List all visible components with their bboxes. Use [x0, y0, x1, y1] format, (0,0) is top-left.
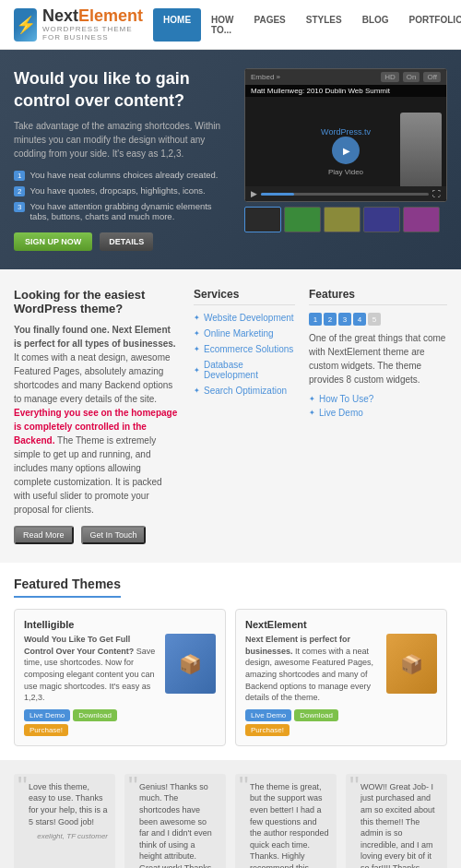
video-thumb-5[interactable]: [403, 207, 440, 232]
star-3: 3: [338, 313, 351, 326]
service-marketing[interactable]: ✦ Online Marketing: [194, 328, 295, 339]
video-brand: WordPress.tv: [321, 127, 371, 137]
howto-link[interactable]: How To Use?: [309, 394, 447, 404]
theme1-live-button[interactable]: Live Demo: [24, 709, 70, 721]
play-label: Play Video: [328, 168, 363, 176]
signup-button[interactable]: SIGN UP NOW: [14, 232, 92, 251]
mid-p2: The Theme is extremely simple to get up …: [14, 435, 162, 515]
details-button[interactable]: DETAILS: [100, 232, 153, 251]
themes-grid: Intelligible Would You Like To Get Full …: [14, 609, 447, 746]
nav-howto[interactable]: HOW TO...: [201, 8, 243, 42]
video-thumbnails: [244, 207, 447, 232]
testimonial-text-4: WOW!! Great Job- I just purchased and am…: [361, 781, 440, 868]
testimonial-4: WOW!! Great Job- I just purchased and am…: [346, 774, 447, 868]
on-button[interactable]: On: [403, 72, 420, 82]
off-button[interactable]: Off: [423, 72, 441, 82]
theme-name-2: NextElement: [245, 619, 437, 630]
star-4: 4: [353, 313, 366, 326]
play-control-icon[interactable]: ▶: [251, 189, 257, 198]
service-label-3: Ecommerce Solutions: [204, 344, 293, 354]
service-website[interactable]: ✦ Website Development: [194, 313, 295, 323]
logo-icon: ⚡: [14, 8, 37, 42]
theme2-live-button[interactable]: Live Demo: [245, 709, 291, 721]
video-title: Matt Mullenweg: 2010 Dublin Web Summit: [251, 87, 390, 95]
theme-title-1: Would You Like To Get Full Control Over …: [24, 635, 134, 656]
theme1-download-button[interactable]: Download: [73, 709, 117, 721]
service-icon-2: ✦: [194, 329, 200, 338]
main-nav: HOME HOW TO... PAGES STYLES BLOG PORTFOL…: [153, 8, 461, 42]
video-thumb-4[interactable]: [363, 207, 400, 232]
service-search[interactable]: ✦ Search Optimization: [194, 386, 295, 396]
feature-icon-1: 1: [14, 171, 25, 181]
feature-text-2: You have quotes, dropcaps, highlights, i…: [30, 185, 205, 196]
get-in-touch-button[interactable]: Get In Touch: [81, 526, 147, 544]
video-progress-bar[interactable]: [261, 193, 429, 196]
theme2-download-button[interactable]: Download: [294, 709, 338, 721]
video-title-bar: Matt Mullenweg: 2010 Dublin Web Summit: [245, 85, 446, 97]
services-section: Services ✦ Website Development ✦ Online …: [194, 288, 295, 544]
testimonials-grid: Love this theme, easy to use. Thanks for…: [14, 774, 447, 868]
theme-buttons-2: Live Demo Download Purchase!: [245, 709, 379, 736]
mid-section: Looking for the easiest WordPress theme?…: [0, 269, 461, 563]
video-thumb-2[interactable]: [284, 207, 321, 232]
hero-text: Would you like to gain control over cont…: [14, 68, 230, 251]
mid-heading: Looking for the easiest WordPress theme?: [14, 288, 180, 315]
theme-info-1: Would You Like To Get Full Control Over …: [24, 634, 158, 736]
theme-image-1: 📦: [165, 634, 216, 736]
nav-portfolio[interactable]: PORTFOLIO: [399, 8, 461, 42]
person-silhouette: [400, 113, 442, 186]
testimonial-text-2: Genius! Thanks so much. The shortcodes h…: [139, 781, 219, 868]
video-thumb-1[interactable]: [244, 207, 281, 232]
theme-img-box-2: 📦: [386, 634, 437, 694]
testimonial-text-1: Love this theme, easy to use. Thanks for…: [29, 781, 108, 827]
theme1-purchase-button[interactable]: Purchase!: [24, 724, 68, 736]
service-icon-4: ✦: [194, 366, 200, 375]
service-icon-5: ✦: [194, 386, 200, 395]
hd-button[interactable]: HD: [381, 72, 399, 82]
star-5: 5: [368, 313, 381, 326]
service-label-2: Online Marketing: [204, 328, 274, 339]
mid-paragraph: You finally found one. Next Element is p…: [14, 323, 180, 517]
features-text: One of the great things that come with N…: [309, 331, 447, 386]
hero-headline: Would you like to gain control over cont…: [14, 68, 230, 112]
video-quality-controls: HD On Off: [381, 72, 441, 82]
service-database[interactable]: ✦ Database Development: [194, 360, 295, 380]
mid-p1-rest: It comes with a neat design, awesome Fea…: [14, 352, 172, 404]
theme2-purchase-button[interactable]: Purchase!: [245, 724, 290, 736]
testimonial-1: Love this theme, easy to use. Thanks for…: [14, 774, 115, 868]
service-label-1: Website Development: [204, 313, 294, 323]
logo: ⚡ NextElement WordPress Theme for Busine…: [14, 7, 153, 42]
nav-blog[interactable]: BLOG: [352, 8, 399, 42]
play-button[interactable]: [332, 137, 360, 164]
video-container: Embed » HD On Off Matt Mullenweg: 2010 D…: [244, 68, 447, 251]
hero-buttons: SIGN UP NOW DETAILS: [14, 232, 230, 251]
service-ecommerce[interactable]: ✦ Ecommerce Solutions: [194, 344, 295, 354]
video-main: Matt Mullenweg: 2010 Dublin Web Summit W…: [245, 85, 446, 186]
testimonial-text-3: The theme is great, but the support was …: [250, 781, 329, 868]
testimonial-2: Genius! Thanks so much. The shortcodes h…: [124, 774, 226, 868]
theme-buttons-1: Live Demo Download Purchase!: [24, 709, 158, 736]
nav-styles[interactable]: STYLES: [296, 8, 352, 42]
logo-element: Element: [78, 6, 143, 25]
logo-name: NextElement: [42, 7, 153, 26]
read-more-button[interactable]: Read More: [14, 526, 74, 544]
features-section: Features 1 2 3 4 5 One of the great thin…: [309, 288, 447, 544]
hero-feature-3: 3 You have attention grabbing dynamic el…: [14, 201, 230, 221]
nav-pages[interactable]: PAGES: [244, 8, 296, 42]
embed-label[interactable]: Embed »: [251, 73, 280, 81]
features-stars: 1 2 3 4 5: [309, 313, 447, 326]
services-heading: Services: [194, 288, 295, 305]
feature-text-3: You have attention grabbing dynamic elem…: [30, 201, 230, 221]
logo-subtitle: WordPress Theme for Business: [42, 26, 153, 42]
featured-heading: Featured Themes: [14, 577, 121, 598]
nav-home[interactable]: HOME: [153, 8, 201, 42]
star-1: 1: [309, 313, 322, 326]
theme-image-2: 📦: [386, 634, 437, 736]
star-2: 2: [324, 313, 337, 326]
fullscreen-icon[interactable]: ⛶: [432, 189, 441, 198]
video-controls-bar: ▶ ⛶: [245, 186, 446, 201]
mid-left: Looking for the easiest WordPress theme?…: [14, 288, 180, 544]
video-thumb-3[interactable]: [324, 207, 361, 232]
logo-next: Next: [42, 6, 78, 25]
livedemo-link[interactable]: Live Demo: [309, 408, 447, 418]
